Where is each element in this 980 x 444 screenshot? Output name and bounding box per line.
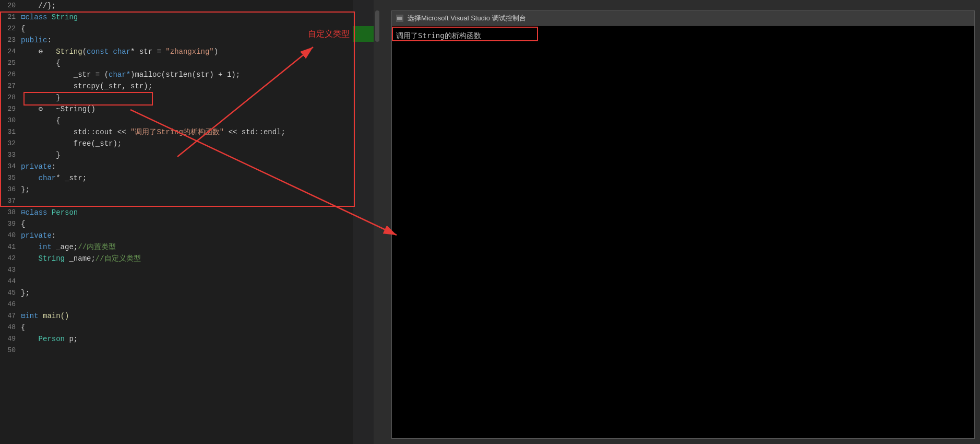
code-line: 40private: bbox=[0, 230, 381, 241]
line-number: 44 bbox=[0, 276, 21, 287]
line-content: Person p; bbox=[21, 333, 381, 345]
line-number: 33 bbox=[0, 149, 21, 161]
line-number: 20 bbox=[0, 0, 21, 11]
scrollbar-thumb[interactable] bbox=[375, 10, 379, 42]
line-number: 40 bbox=[0, 230, 21, 241]
line-number: 22 bbox=[0, 23, 21, 34]
line-content: }; bbox=[21, 184, 381, 195]
line-number: 28 bbox=[0, 92, 21, 103]
console-output-line: 调用了String的析构函数 bbox=[396, 30, 970, 41]
line-number: 39 bbox=[0, 218, 21, 230]
code-line: 48{ bbox=[0, 322, 381, 333]
code-line: 21⊟class String bbox=[0, 11, 381, 23]
line-content: } bbox=[21, 149, 381, 161]
code-line: 42 String _name;//自定义类型 bbox=[0, 253, 381, 264]
line-number: 41 bbox=[0, 241, 21, 253]
line-content: _str = (char*)malloc(strlen(str) + 1); bbox=[21, 69, 381, 80]
line-number: 24 bbox=[0, 46, 21, 57]
line-content: public: bbox=[21, 34, 381, 46]
line-content: char* _str; bbox=[21, 172, 381, 184]
line-number: 35 bbox=[0, 172, 21, 184]
line-content: ⊟class Person bbox=[21, 207, 381, 218]
code-line: 30 { bbox=[0, 115, 381, 126]
line-number: 27 bbox=[0, 80, 21, 92]
code-line: 36}; bbox=[0, 184, 381, 195]
line-number: 29 bbox=[0, 103, 21, 115]
line-content: ⊖ String(const char* str = "zhangxing") bbox=[21, 46, 381, 57]
line-number: 46 bbox=[0, 299, 21, 310]
code-line: 35 char* _str; bbox=[0, 172, 381, 184]
svg-rect-1 bbox=[397, 17, 402, 20]
code-line: 32 free(_str); bbox=[0, 138, 381, 149]
line-number: 43 bbox=[0, 264, 21, 276]
line-number: 45 bbox=[0, 287, 21, 299]
code-line: 27 strcpy(_str, str); bbox=[0, 80, 381, 92]
code-line: 33 } bbox=[0, 149, 381, 161]
line-number: 25 bbox=[0, 57, 21, 69]
console-window: 选择Microsoft Visual Studio 调试控制台 调用了Strin… bbox=[391, 10, 975, 439]
line-number: 36 bbox=[0, 184, 21, 195]
code-line: 44 bbox=[0, 276, 381, 287]
line-number: 26 bbox=[0, 69, 21, 80]
code-editor-panel: 20 //};21⊟class String22{23public:24 ⊖ S… bbox=[0, 0, 381, 444]
line-number: 34 bbox=[0, 161, 21, 172]
code-line: 39{ bbox=[0, 218, 381, 230]
line-content: { bbox=[21, 115, 381, 126]
line-content: String _name;//自定义类型 bbox=[21, 253, 381, 264]
console-title-icon bbox=[396, 15, 403, 22]
line-content: private: bbox=[21, 161, 381, 172]
code-line: 43 bbox=[0, 264, 381, 276]
line-content: free(_str); bbox=[21, 138, 381, 149]
code-line: 45}; bbox=[0, 287, 381, 299]
code-line: 29 ⊖ ~String() bbox=[0, 103, 381, 115]
line-number: 49 bbox=[0, 333, 21, 345]
minimap-highlight bbox=[353, 26, 374, 42]
console-title-text: 选择Microsoft Visual Studio 调试控制台 bbox=[408, 14, 526, 23]
line-number: 48 bbox=[0, 322, 21, 333]
line-content: std::cout << "调用了String的析构函数" << std::en… bbox=[21, 126, 381, 138]
code-line: 20 //}; bbox=[0, 0, 381, 11]
line-number: 30 bbox=[0, 115, 21, 126]
code-line: 23public: bbox=[0, 34, 381, 46]
line-number: 50 bbox=[0, 345, 21, 356]
line-number: 31 bbox=[0, 126, 21, 138]
code-line: 25 { bbox=[0, 57, 381, 69]
main-container: 20 //};21⊟class String22{23public:24 ⊖ S… bbox=[0, 0, 980, 444]
code-line: 24 ⊖ String(const char* str = "zhangxing… bbox=[0, 46, 381, 57]
line-content: } bbox=[21, 92, 381, 103]
line-content: private: bbox=[21, 230, 381, 241]
line-number: 37 bbox=[0, 195, 21, 207]
code-line: 34private: bbox=[0, 161, 381, 172]
line-content: { bbox=[21, 218, 381, 230]
line-content: { bbox=[21, 322, 381, 333]
line-number: 21 bbox=[0, 11, 21, 23]
line-content: ⊖ ~String() bbox=[21, 103, 381, 115]
line-content: ⊟class String bbox=[21, 11, 381, 23]
scrollbar[interactable] bbox=[374, 0, 381, 444]
console-output-area: 调用了String的析构函数 bbox=[392, 26, 974, 438]
line-number: 38 bbox=[0, 207, 21, 218]
line-content: { bbox=[21, 57, 381, 69]
code-line: 31 std::cout << "调用了String的析构函数" << std:… bbox=[0, 126, 381, 138]
line-number: 32 bbox=[0, 138, 21, 149]
minimap bbox=[353, 0, 374, 444]
console-title-bar: 选择Microsoft Visual Studio 调试控制台 bbox=[392, 11, 974, 26]
code-line: 46 bbox=[0, 299, 381, 310]
code-line: 47⊟int main() bbox=[0, 310, 381, 322]
code-line: 22{ bbox=[0, 23, 381, 34]
line-content: ⊟int main() bbox=[21, 310, 381, 322]
code-line: 50 bbox=[0, 345, 381, 356]
right-panel: 选择Microsoft Visual Studio 调试控制台 调用了Strin… bbox=[381, 0, 980, 444]
code-area: 20 //};21⊟class String22{23public:24 ⊖ S… bbox=[0, 0, 381, 444]
line-content: strcpy(_str, str); bbox=[21, 80, 381, 92]
line-number: 42 bbox=[0, 253, 21, 264]
code-line: 26 _str = (char*)malloc(strlen(str) + 1)… bbox=[0, 69, 381, 80]
code-line: 37 bbox=[0, 195, 381, 207]
line-number: 23 bbox=[0, 34, 21, 46]
code-line: 28 } bbox=[0, 92, 381, 103]
line-content: //}; bbox=[21, 0, 381, 11]
line-number: 47 bbox=[0, 310, 21, 322]
code-line: 49 Person p; bbox=[0, 333, 381, 345]
code-line: 41 int _age;//内置类型 bbox=[0, 241, 381, 253]
line-content: { bbox=[21, 23, 381, 34]
